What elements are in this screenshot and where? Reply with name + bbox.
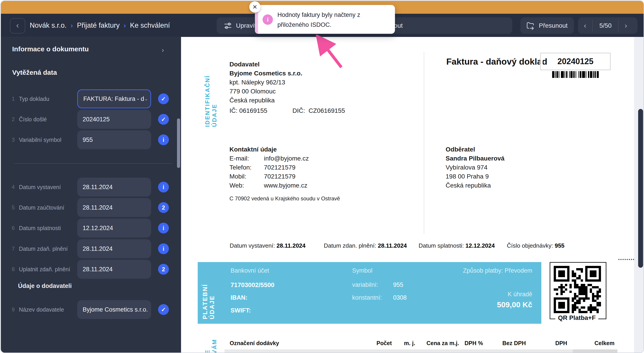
invoice-date-item: Datum zdan. plnění: 28.11.2024 xyxy=(324,242,407,249)
sidebar-divider xyxy=(14,163,172,164)
field-label: Číslo došlé xyxy=(19,116,47,123)
constant-symbol-value: 0308 xyxy=(393,294,407,301)
field-row-uplatnit-zda-pln-n-: 8Uplatnit zdaň. plnění28.11.20242 xyxy=(1,260,181,279)
info-badge[interactable]: i xyxy=(158,223,169,234)
field-number: 1 xyxy=(12,96,15,102)
customer-name: Sandra Pilbauerová xyxy=(446,154,504,163)
supplier-country: Česká republika xyxy=(230,96,302,105)
field-label: Variabilní symbol xyxy=(19,137,62,143)
move-button[interactable]: Přesunout xyxy=(520,17,574,34)
check-badge[interactable]: ✓ xyxy=(158,304,169,315)
field-label: Datum zaúčtování xyxy=(19,204,64,211)
iban-label: IBAN: xyxy=(230,294,248,301)
field-row-n-zev-dodavatele: 9Název dodavateleByjome Cosmetics s.r.o.… xyxy=(1,300,181,319)
field-input[interactable]: Byjome Cosmetics s.r.o. xyxy=(77,300,151,319)
breadcrumb-item[interactable]: Ke schválení xyxy=(130,22,170,30)
chevron-down-icon: ⌄ xyxy=(144,96,148,102)
prev-page-button[interactable]: ‹ xyxy=(578,17,592,34)
customer-heading: Odběratel xyxy=(446,145,504,154)
document-scrollbar[interactable] xyxy=(638,109,643,268)
info-badge[interactable]: i xyxy=(158,243,169,254)
field-row-datum-za-tov-n-: 5Datum zaúčtování28.11.20242 xyxy=(1,198,181,217)
chevron-left-icon: ‹ xyxy=(16,21,19,30)
info-icon: i xyxy=(262,14,273,25)
customer-city: 198 00 Praha 9 xyxy=(446,172,504,181)
table-header: Počet xyxy=(376,340,392,346)
field-input[interactable]: 28.11.2024 xyxy=(77,198,151,217)
invoice-date-item: Datum splatnosti: 12.12.2024 xyxy=(418,242,495,249)
document-info-section-header[interactable]: Informace o dokumentu xyxy=(12,45,89,53)
info-badge[interactable]: i xyxy=(158,182,169,192)
field-label: Typ dokladu xyxy=(19,96,49,102)
supplier-data-heading: Údaje o dodavateli xyxy=(18,282,72,290)
check-badge[interactable]: ✓ xyxy=(158,94,169,104)
field-input[interactable]: 12.12.2024 xyxy=(77,218,151,238)
field-label: Datum zdaň. plnění xyxy=(19,246,68,252)
due-label: K úhradě xyxy=(508,291,532,298)
bank-account-heading: Bankovní účet xyxy=(230,267,269,274)
field-label: Uplatnit zdaň. plnění xyxy=(19,266,70,273)
field-number: 7 xyxy=(12,246,15,252)
field-row--slo-do-l-: 2Číslo došlé20240125✓ xyxy=(1,110,181,129)
invoice-date-item: Datum vystavení: 28.11.2024 xyxy=(230,242,306,249)
breadcrumb: Novák s.r.o.›Přijaté faktury›Ke schválen… xyxy=(30,14,170,37)
toast-message: Hodnoty faktury byly načteny z přiložené… xyxy=(278,10,390,30)
table-row-total-cell xyxy=(573,350,618,353)
contact-row: Telefon:702121579 xyxy=(230,163,340,172)
supplier-name: Byjome Cosmetics s.r.o. xyxy=(230,69,302,78)
field-input[interactable]: 28.11.2024 xyxy=(77,260,151,279)
constant-symbol-label: konstantní: xyxy=(352,294,382,301)
field-select[interactable]: FAKTURA: Faktura - d⌄ xyxy=(77,90,151,108)
count-badge[interactable]: 2 xyxy=(158,264,169,275)
field-label: Datum splatnosti xyxy=(19,225,61,232)
table-header: DPH xyxy=(555,340,567,346)
qr-caption: QR Platba+F xyxy=(555,314,598,322)
supplier-heading: Dodavatel xyxy=(230,60,302,69)
toast-notification: i Hodnoty faktury byly načteny z přilože… xyxy=(255,5,395,34)
contact-row: Mobil:702121579 xyxy=(230,172,340,181)
move-button-label: Přesunout xyxy=(539,22,568,29)
breadcrumb-item[interactable]: Novák s.r.o. xyxy=(30,22,67,30)
table-header: Označení dodávky xyxy=(230,340,279,346)
field-row-datum-zda-pln-n-: 7Datum zdaň. plnění28.11.2024i xyxy=(1,239,181,258)
invoice-title: Faktura - daňový doklad xyxy=(446,57,548,67)
count-badge[interactable]: 2 xyxy=(158,202,169,213)
field-input[interactable]: 28.11.2024 xyxy=(77,239,151,258)
invoice-bottom-section-label: E VÁM xyxy=(204,338,218,353)
registry-line: C 70902 vedená u Krajského soudu v Ostra… xyxy=(230,194,340,203)
page-indicator: 5/50 xyxy=(593,17,618,34)
breadcrumb-item[interactable]: Přijaté faktury xyxy=(77,22,120,30)
back-button[interactable]: ‹ xyxy=(10,18,25,34)
breadcrumb-separator-icon: › xyxy=(124,22,126,29)
identification-section-label: IDENTIFIKAČNÍ ÚDAJE xyxy=(204,55,218,127)
sidebar: Informace o dokumentu › Vytěžená data 1T… xyxy=(1,37,181,353)
field-input[interactable]: 28.11.2024 xyxy=(77,178,151,196)
table-header: Bez DPH xyxy=(502,340,526,346)
variable-symbol-value: 955 xyxy=(393,282,403,288)
sidebar-scrollbar[interactable] xyxy=(177,118,180,168)
supplier-block: Dodavatel Byjome Cosmetics s.r.o. kpt. N… xyxy=(230,60,302,105)
toast-close-button[interactable]: ✕ xyxy=(249,1,260,12)
field-input[interactable]: 955 xyxy=(77,130,151,149)
payment-method: Způsob platby: Převodem xyxy=(463,267,532,274)
contact-block: Kontaktní údaje E-mail:info@byjome.czTel… xyxy=(230,145,340,203)
qr-code xyxy=(554,266,601,313)
field-input[interactable]: 20240125 xyxy=(77,110,151,129)
invoice-number-box: 20240125 xyxy=(540,53,611,70)
chevron-right-icon[interactable]: › xyxy=(162,46,164,54)
breadcrumb-separator-icon: › xyxy=(71,22,73,29)
table-header: Celkem xyxy=(594,340,614,346)
folder-move-icon xyxy=(526,21,535,30)
supplier-ids: IČ: 06169155 DIČ: CZ06169155 xyxy=(230,106,345,115)
check-badge[interactable]: ✓ xyxy=(158,114,169,125)
field-number: 8 xyxy=(12,266,15,272)
field-number: 3 xyxy=(12,137,15,143)
info-badge[interactable]: i xyxy=(158,134,169,145)
next-page-button[interactable]: › xyxy=(619,17,633,34)
field-row-typ-dokladu: 1Typ dokladuFAKTURA: Faktura - d⌄✓ xyxy=(1,90,181,108)
qr-code-frame xyxy=(550,262,606,319)
table-row xyxy=(224,350,618,353)
contact-row: Web:www.byjome.cz xyxy=(230,181,340,190)
customer-street: Vybíralova 974 xyxy=(446,163,504,172)
variable-symbol-label: variabilní: xyxy=(352,282,378,288)
